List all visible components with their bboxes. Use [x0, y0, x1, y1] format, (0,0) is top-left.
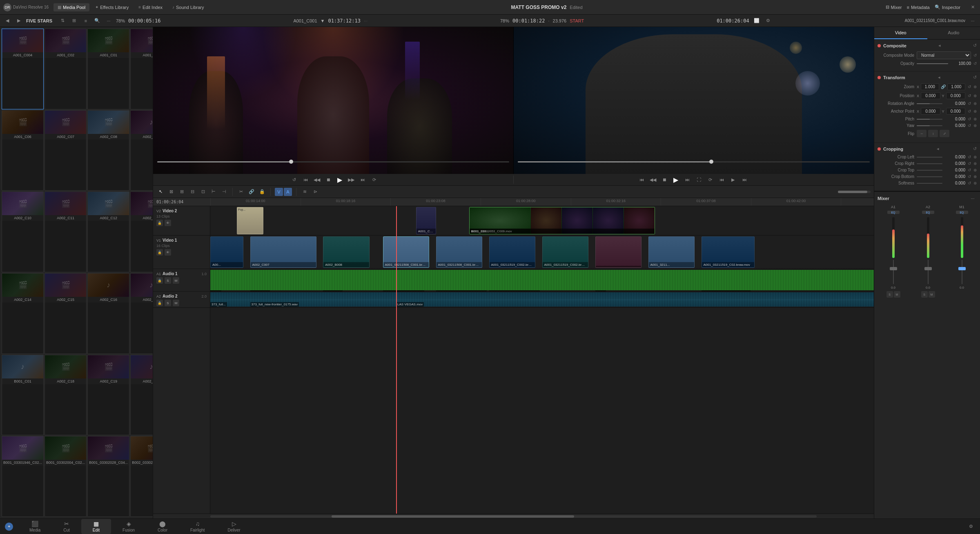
- list-item[interactable]: 🎬 A001_C02: [45, 29, 87, 109]
- nav-edit-index[interactable]: ≡ Edit Index: [134, 3, 167, 11]
- crop-top-more-icon[interactable]: ⊕: [973, 168, 977, 172]
- program-stop-button[interactable]: ⏹: [660, 176, 668, 184]
- v1-lock-button[interactable]: 🔒: [156, 249, 163, 256]
- channel-a1-eq[interactable]: EQ: [887, 211, 900, 214]
- level-slider[interactable]: [838, 191, 871, 193]
- settings-bottom-icon[interactable]: ⚙: [967, 523, 975, 531]
- crop-bottom-slider[interactable]: [917, 176, 942, 177]
- play-forward-button[interactable]: ▶▶: [347, 176, 355, 184]
- cut-button[interactable]: ✂: [237, 188, 245, 196]
- transform-reset-icon[interactable]: ↺: [973, 75, 977, 80]
- a1-audio-clip[interactable]: [210, 270, 874, 290]
- crop-tool-button[interactable]: ⊣: [220, 188, 228, 196]
- channel-a2-fader[interactable]: [924, 267, 932, 270]
- nav-media-pool[interactable]: ▦ Media Pool: [53, 3, 89, 11]
- select-tool-button[interactable]: ↖: [156, 188, 165, 196]
- loop-toggle-button[interactable]: ⟳: [370, 176, 378, 184]
- monitor-icon[interactable]: ⬜: [753, 17, 761, 25]
- list-item[interactable]: 🎬 A002_C07: [45, 110, 87, 191]
- track-deselect-button[interactable]: A: [284, 188, 292, 196]
- composite-expand-icon[interactable]: ◂: [938, 43, 941, 48]
- slip-tool-button[interactable]: ⊡: [199, 188, 207, 196]
- table-row[interactable]: A001_3211...: [648, 236, 695, 268]
- list-item[interactable]: ♪ A002_C09: [130, 110, 153, 191]
- crop-bottom-reset-icon[interactable]: ↺: [968, 174, 971, 179]
- softness-more-icon[interactable]: ⊕: [973, 181, 977, 185]
- anchor-more-icon[interactable]: ⊕: [973, 109, 977, 113]
- play-back-button[interactable]: ◀◀: [313, 176, 321, 184]
- crop-top-reset-icon[interactable]: ↺: [968, 168, 971, 172]
- crop-top-slider[interactable]: [917, 170, 942, 171]
- flip-v-button[interactable]: ↕: [928, 130, 938, 137]
- channel-m1-eq[interactable]: EQ: [956, 211, 968, 214]
- list-item[interactable]: ♪ A002_C17: [130, 273, 153, 354]
- list-item[interactable]: 🎬 B001_03302004_C02...: [45, 436, 87, 517]
- pitch-slider[interactable]: [917, 119, 942, 120]
- crop-left-more-icon[interactable]: ⊕: [973, 155, 977, 159]
- loop-button[interactable]: ↺: [290, 176, 298, 184]
- list-item[interactable]: 🎬 A002_C11: [45, 191, 87, 272]
- rotation-slider[interactable]: [917, 103, 942, 104]
- program-step-forward-button[interactable]: ⏭: [683, 176, 691, 184]
- list-item[interactable]: 🎬 A002_C19: [87, 355, 129, 436]
- softness-reset-icon[interactable]: ↺: [968, 181, 971, 185]
- list-item[interactable]: 🎬 A002_C13: [130, 191, 153, 272]
- scrollbar-track[interactable]: [210, 515, 817, 518]
- crop-right-reset-icon[interactable]: ↺: [968, 161, 971, 166]
- slide-tool-button[interactable]: ⊢: [209, 188, 218, 196]
- nav-effects-library[interactable]: ✦ Effects Library: [91, 3, 133, 11]
- channel-m1-fader[interactable]: [958, 267, 966, 270]
- list-item[interactable]: 🎬 A001_C004: [2, 29, 44, 109]
- nav-bottom-edit[interactable]: ▦ Edit: [81, 519, 111, 534]
- a1-s-button[interactable]: S: [165, 277, 171, 284]
- channel-a1-fader[interactable]: [890, 267, 897, 270]
- yaw-slider[interactable]: [917, 125, 942, 126]
- list-item[interactable]: 🎬 B001_03301946_C02...: [2, 436, 44, 517]
- source-monitor[interactable]: [153, 27, 513, 174]
- table-row[interactable]: A002_B008: [323, 236, 370, 268]
- crop-bottom-more-icon[interactable]: ⊕: [973, 174, 977, 179]
- list-item[interactable]: ♪ B001_C01: [2, 355, 44, 436]
- anchor-reset-icon[interactable]: ↺: [968, 109, 971, 113]
- dropdown-icon[interactable]: ▼: [321, 18, 325, 23]
- inspector-toggle[interactable]: 🔍 Inspector: [935, 4, 960, 10]
- list-item[interactable]: 🎬 A001_C01: [87, 29, 129, 109]
- metadata-toggle[interactable]: ≡ Metadata: [906, 5, 929, 10]
- search-icon[interactable]: 🔍: [93, 17, 101, 25]
- program-step-back-button[interactable]: ⏮: [637, 176, 646, 184]
- mixer-more-icon[interactable]: ···: [969, 194, 977, 202]
- program-play-button[interactable]: ▶: [672, 176, 680, 184]
- flip-h-button[interactable]: ↔: [917, 130, 927, 137]
- program-monitor[interactable]: [513, 27, 874, 174]
- a2-solo-button[interactable]: S: [921, 291, 928, 298]
- yaw-reset-icon[interactable]: ↺: [968, 123, 971, 128]
- table-row[interactable]: A001_03211519_C002.braw.mov: [489, 236, 536, 268]
- table-row[interactable]: A001_03211508_C001.braw.mov: [383, 236, 430, 268]
- source-progress-bar[interactable]: [157, 161, 509, 162]
- cropping-reset-icon[interactable]: ↺: [973, 146, 977, 151]
- program-loop-button[interactable]: ⟳: [706, 176, 714, 184]
- a2-mute-button[interactable]: M: [929, 291, 935, 298]
- link-button[interactable]: 🔗: [247, 188, 256, 196]
- sort-icon[interactable]: ⇅: [59, 17, 67, 25]
- rotation-reset-icon[interactable]: ↺: [968, 101, 971, 106]
- nav-bottom-deliver[interactable]: ▷ Deliver: [216, 519, 252, 534]
- close-window-button[interactable]: ✕: [969, 3, 977, 11]
- zoom-more-icon[interactable]: ⊕: [973, 85, 977, 89]
- list-item[interactable]: 🎬 A001_C06: [2, 110, 44, 191]
- list-item[interactable]: 🎬 A002_C12: [87, 191, 129, 272]
- v2-eye-button[interactable]: 👁: [165, 220, 171, 226]
- composite-mode-reset-icon[interactable]: ↺: [973, 53, 977, 58]
- a2-m-button[interactable]: M: [173, 300, 179, 306]
- list-view-icon[interactable]: ≡: [82, 17, 90, 25]
- opacity-slider[interactable]: [917, 63, 948, 64]
- tab-video[interactable]: Video: [874, 27, 927, 39]
- timeline-scrollbar[interactable]: [153, 514, 874, 518]
- clip-segment-5[interactable]: B001_330...: [624, 207, 655, 234]
- list-item[interactable]: 🎬 A002_C18: [45, 355, 87, 436]
- table-row[interactable]: A002_C007: [250, 236, 317, 268]
- step-forward-button[interactable]: ⏭: [359, 176, 367, 184]
- back-button[interactable]: ◀: [3, 17, 11, 25]
- list-item[interactable]: 🎬 B001_03302028_C04...: [87, 436, 129, 517]
- flip-both-button[interactable]: ⤢: [940, 130, 949, 137]
